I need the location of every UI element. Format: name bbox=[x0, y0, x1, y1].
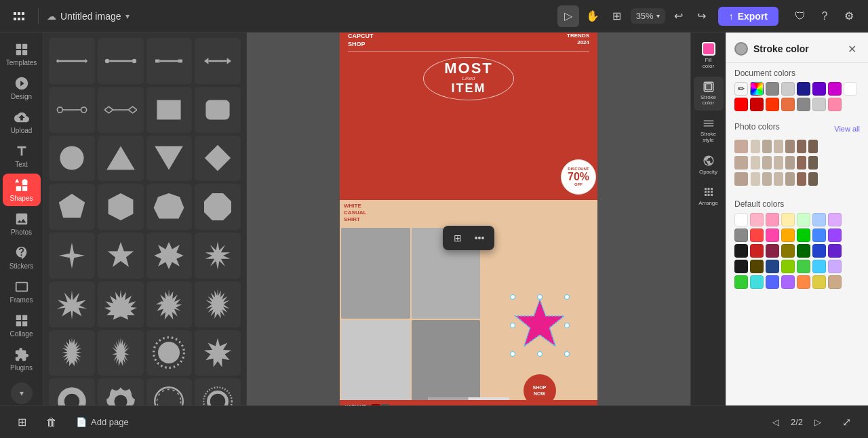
shape-triangle-up[interactable] bbox=[98, 136, 144, 182]
def-color-lavender1[interactable] bbox=[828, 213, 842, 226]
opacity-panel-item[interactable]: Opacity bbox=[694, 151, 724, 179]
def-color-gray4[interactable] bbox=[734, 228, 748, 242]
def-color-dark1[interactable] bbox=[734, 244, 748, 258]
doc-color-darkblue[interactable] bbox=[797, 82, 810, 96]
redo-button[interactable]: ↪ bbox=[691, 5, 713, 27]
sidebar-item-stickers[interactable]: Stickers bbox=[3, 241, 41, 274]
photo-swatch-1-4[interactable] bbox=[785, 140, 795, 153]
def-color-navy[interactable] bbox=[766, 260, 779, 273]
def-color-purple2[interactable] bbox=[828, 228, 842, 242]
float-copy-btn[interactable]: ⊞ bbox=[448, 228, 467, 247]
pages-tool[interactable]: ⊞ bbox=[606, 5, 628, 27]
photo-swatch-1-6[interactable] bbox=[808, 140, 818, 153]
def-color-cornflower[interactable] bbox=[766, 275, 779, 289]
sidebar-item-photos[interactable]: Photos bbox=[3, 207, 41, 240]
def-color-darkgreen[interactable] bbox=[797, 244, 810, 258]
shape-starburst-5[interactable] bbox=[49, 330, 95, 376]
def-color-green1[interactable] bbox=[797, 213, 810, 226]
def-color-dark2[interactable] bbox=[734, 260, 748, 273]
help-icon-btn[interactable]: ? bbox=[814, 5, 835, 27]
photo-swatch-2-1[interactable] bbox=[751, 156, 760, 170]
next-page-btn[interactable]: ▷ bbox=[808, 413, 827, 432]
photo-swatch-2-5[interactable] bbox=[797, 156, 806, 170]
grid-view-btn[interactable]: ⊞ bbox=[11, 412, 33, 433]
photo-swatch-3-4[interactable] bbox=[785, 172, 795, 186]
shape-star-5[interactable] bbox=[98, 233, 144, 279]
doc-color-red1[interactable] bbox=[734, 98, 748, 111]
shape-pentagon[interactable] bbox=[49, 184, 95, 230]
def-color-hotpink[interactable] bbox=[766, 228, 779, 242]
shape-line-3[interactable] bbox=[146, 38, 193, 84]
doc-color-gray[interactable] bbox=[766, 82, 779, 96]
photo-swatch-1-3[interactable] bbox=[774, 140, 783, 153]
photo-swatch-3-5[interactable] bbox=[797, 172, 806, 186]
shape-star-6[interactable] bbox=[146, 233, 193, 279]
sidebar-item-shapes[interactable]: Shapes bbox=[3, 174, 41, 206]
photo-swatch-3-6[interactable] bbox=[808, 172, 818, 186]
def-color-amber[interactable] bbox=[781, 228, 795, 242]
shape-line-2[interactable] bbox=[98, 38, 144, 84]
doc-color-lightgray[interactable] bbox=[781, 82, 795, 96]
doc-color-pink[interactable] bbox=[828, 98, 842, 111]
canvas-area[interactable]: CAPCUTSHOP TRENDS2024 MOST Liked ITEM bbox=[247, 33, 690, 405]
sidebar-collapse-btn[interactable]: ▾ bbox=[11, 382, 33, 404]
shape-star-4[interactable] bbox=[49, 233, 95, 279]
shape-triangle-down[interactable] bbox=[146, 136, 193, 182]
shape-gear-1[interactable] bbox=[49, 378, 95, 405]
document-title[interactable]: ☁ Untitled image ▾ bbox=[47, 11, 130, 22]
shape-circle[interactable] bbox=[49, 136, 95, 182]
fill-color-panel-item[interactable]: Fillcolor bbox=[694, 38, 724, 74]
photo-swatch-2-2[interactable] bbox=[762, 156, 772, 170]
shape-starburst-2[interactable] bbox=[98, 281, 144, 327]
settings-icon-btn[interactable]: ⚙ bbox=[838, 5, 860, 27]
shape-heptagon[interactable] bbox=[146, 184, 193, 230]
sidebar-item-upload[interactable]: Upload bbox=[3, 106, 41, 138]
doc-color-magenta[interactable] bbox=[828, 82, 842, 96]
doc-color-red3[interactable] bbox=[766, 98, 779, 111]
def-color-coral[interactable] bbox=[797, 275, 810, 289]
shape-seal[interactable] bbox=[195, 378, 241, 405]
view-all-link[interactable]: View all bbox=[834, 125, 860, 133]
shape-connector-1[interactable] bbox=[49, 87, 95, 133]
def-color-lime[interactable] bbox=[781, 260, 795, 273]
photo-swatch-3-1[interactable] bbox=[751, 172, 760, 186]
doc-color-orange[interactable] bbox=[781, 98, 795, 111]
def-color-darkpink[interactable] bbox=[766, 244, 779, 258]
shape-sunburst-2[interactable] bbox=[146, 330, 193, 376]
def-color-blue1[interactable] bbox=[812, 213, 826, 226]
def-color-teal[interactable] bbox=[750, 275, 764, 289]
def-color-green2[interactable] bbox=[797, 228, 810, 242]
def-color-darkpurple[interactable] bbox=[828, 244, 842, 258]
shape-sunburst-1[interactable] bbox=[98, 330, 144, 376]
shape-gear-2[interactable] bbox=[98, 378, 144, 405]
def-color-yellow1[interactable] bbox=[781, 213, 795, 226]
def-color-brown[interactable] bbox=[750, 260, 764, 273]
export-button[interactable]: ↑ Export bbox=[718, 7, 778, 26]
def-color-blue2[interactable] bbox=[812, 228, 826, 242]
shape-diamond[interactable] bbox=[195, 136, 241, 182]
cursor-tool[interactable]: ▷ bbox=[557, 5, 579, 27]
def-color-white[interactable] bbox=[734, 213, 748, 226]
doc-color-white[interactable] bbox=[844, 82, 857, 96]
shape-badge[interactable] bbox=[195, 330, 241, 376]
float-more-btn[interactable]: ••• bbox=[470, 228, 489, 247]
shape-hexagon[interactable] bbox=[98, 184, 144, 230]
def-color-gold[interactable] bbox=[812, 275, 826, 289]
stroke-color-panel-item[interactable]: Strokecolor bbox=[694, 77, 724, 111]
def-color-brightgreen[interactable] bbox=[734, 275, 748, 289]
zoom-control[interactable]: 35% ▾ bbox=[631, 8, 665, 24]
doc-color-gray2[interactable] bbox=[797, 98, 810, 111]
doc-color-purple[interactable] bbox=[812, 82, 826, 96]
photo-swatch-2-6[interactable] bbox=[808, 156, 818, 170]
def-color-pink1[interactable] bbox=[750, 213, 764, 226]
photo-swatch-2-4[interactable] bbox=[785, 156, 795, 170]
stroke-style-panel-item[interactable]: Strokestyle bbox=[694, 113, 724, 148]
sidebar-item-collage[interactable]: Collage bbox=[3, 309, 41, 342]
photo-swatch-3-2[interactable] bbox=[762, 172, 772, 186]
def-color-violet[interactable] bbox=[781, 275, 795, 289]
def-color-pink2[interactable] bbox=[766, 213, 779, 226]
doc-color-red2[interactable] bbox=[750, 98, 764, 111]
stroke-panel-close-btn[interactable]: ✕ bbox=[844, 41, 860, 57]
shield-icon-btn[interactable]: 🛡 bbox=[789, 5, 811, 27]
canvas-scrollbar[interactable] bbox=[428, 397, 509, 400]
